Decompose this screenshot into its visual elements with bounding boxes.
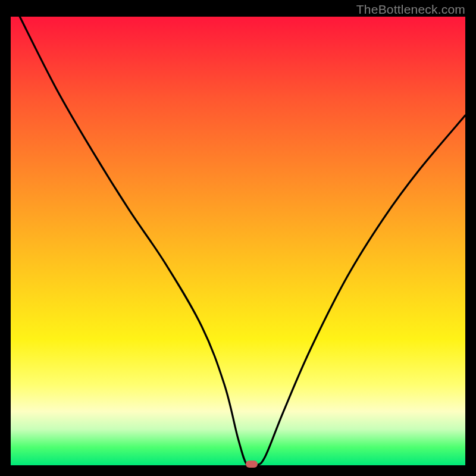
chart-container: TheBottleneck.com [0, 0, 476, 476]
watermark-text: TheBottleneck.com [356, 2, 465, 17]
bottleneck-curve [20, 17, 465, 465]
optimal-marker [246, 461, 258, 468]
plot-area [11, 17, 465, 465]
curve-svg [11, 17, 465, 465]
